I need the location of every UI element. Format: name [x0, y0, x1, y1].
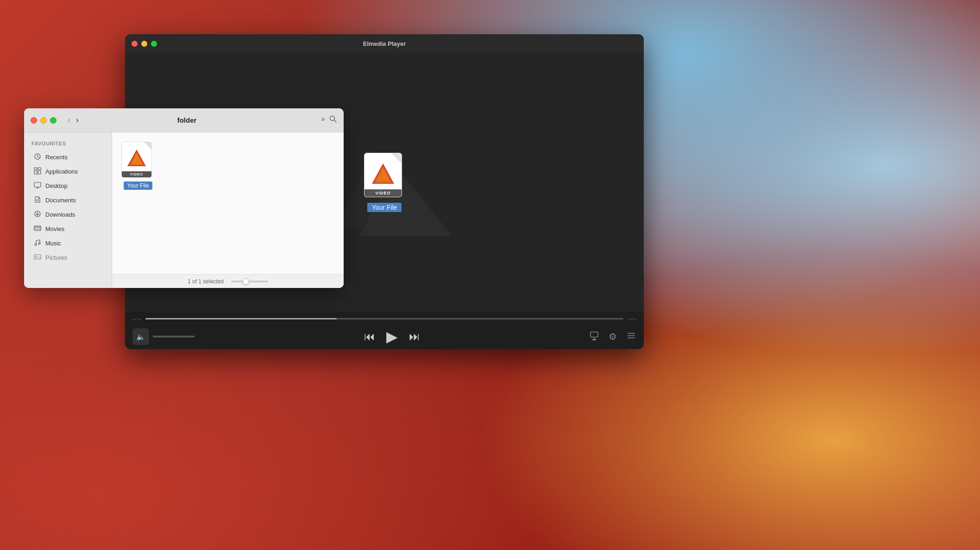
finder-window: ‹ › folder » Favourites — [24, 108, 344, 288]
finder-titlebar: ‹ › folder » — [24, 108, 344, 132]
time-elapsed: --:-- — [132, 316, 141, 321]
player-close-button[interactable] — [132, 41, 138, 47]
player-file-type-badge: VIDEO — [364, 189, 402, 197]
svg-rect-15 — [34, 171, 37, 174]
player-window-controls — [132, 41, 157, 47]
view-options-button[interactable]: » — [321, 115, 325, 125]
sidebar-label-music: Music — [45, 240, 61, 247]
svg-point-33 — [38, 243, 40, 244]
svg-rect-17 — [34, 168, 37, 170]
file-type-label: VIDEO — [122, 171, 151, 177]
progress-bar[interactable] — [145, 318, 624, 319]
pictures-icon — [33, 253, 42, 262]
elmedia-logo-icon — [371, 162, 395, 185]
player-maximize-button[interactable] — [151, 41, 157, 47]
airplay-icon — [589, 331, 599, 341]
svg-rect-18 — [38, 168, 41, 170]
finder-close-button[interactable] — [31, 117, 37, 124]
right-controls: ⚙ — [589, 331, 636, 343]
recents-icon — [33, 153, 42, 162]
previous-button[interactable]: ⏮ — [364, 330, 375, 343]
movies-icon — [33, 225, 42, 233]
finder-window-controls — [31, 117, 57, 124]
sidebar-label-desktop: Desktop — [45, 182, 68, 189]
sidebar-item-movies[interactable]: Movies — [26, 222, 110, 236]
sidebar-label-pictures: Pictures — [45, 254, 67, 261]
play-pause-button[interactable]: ▶ — [386, 328, 398, 345]
next-button[interactable]: ⏭ — [409, 330, 420, 343]
sidebar-item-desktop[interactable]: Desktop — [26, 179, 110, 193]
sidebar-item-recents[interactable]: Recents — [26, 150, 110, 164]
finder-main-content: VIDEO Your File 1 of 1 selected — [112, 132, 344, 288]
sidebar-label-documents: Documents — [45, 197, 76, 204]
downloads-icon — [33, 210, 42, 219]
finder-file-area: VIDEO Your File — [112, 132, 344, 274]
finder-folder-title: folder — [57, 116, 316, 124]
finder-right-controls: » — [321, 115, 337, 125]
playlist-icon — [626, 331, 636, 341]
sidebar-label-movies: Movies — [45, 225, 64, 232]
volume-section: 🔈 — [132, 328, 195, 345]
center-controls: ⏮ ▶ ⏭ — [364, 328, 420, 345]
sidebar-item-downloads[interactable]: Downloads — [26, 207, 110, 222]
desktop-icon — [33, 181, 42, 190]
finder-body: Favourites Recents — [24, 132, 344, 288]
documents-icon — [33, 196, 42, 205]
search-icon — [329, 115, 337, 123]
sidebar-item-documents[interactable]: Documents — [26, 193, 110, 207]
sidebar-label-applications: Applications — [45, 168, 78, 175]
sidebar-item-music[interactable]: Music — [26, 236, 110, 250]
applications-icon — [33, 167, 42, 176]
sidebar-label-downloads: Downloads — [45, 211, 75, 218]
sidebar-section-title: Favourites — [24, 139, 112, 150]
progress-bar-area: --:-- --:-- — [132, 316, 636, 321]
finder-file-label: Your File — [124, 181, 153, 190]
svg-marker-39 — [129, 150, 144, 165]
progress-fill — [145, 318, 337, 319]
finder-statusbar: 1 of 1 selected — [112, 274, 344, 288]
volume-icon: 🔈 — [136, 332, 145, 341]
music-icon — [33, 239, 42, 248]
player-controls-bar: --:-- --:-- 🔈 ⏮ ▶ ⏭ — [125, 312, 644, 349]
file-elmedia-logo — [126, 149, 147, 167]
player-minimize-button[interactable] — [141, 41, 147, 47]
controls-row: 🔈 ⏮ ▶ ⏭ ⚙ — [132, 328, 636, 345]
svg-marker-8 — [592, 338, 597, 340]
finder-sidebar: Favourites Recents — [24, 132, 112, 288]
selection-status: 1 of 1 selected — [188, 278, 224, 285]
playlist-button[interactable] — [626, 331, 636, 343]
sidebar-label-recents: Recents — [45, 154, 68, 161]
svg-rect-7 — [591, 332, 598, 337]
search-button[interactable] — [329, 115, 337, 125]
file-item[interactable]: VIDEO Your File — [121, 142, 155, 190]
finder-maximize-button[interactable] — [50, 117, 57, 124]
player-file-label: Your File — [367, 203, 402, 212]
settings-button[interactable]: ⚙ — [609, 331, 617, 342]
volume-slider[interactable] — [153, 336, 195, 338]
svg-line-13 — [334, 120, 337, 123]
file-icon: VIDEO — [121, 142, 155, 180]
size-slider[interactable] — [231, 281, 268, 282]
player-file-icon: VIDEO Your File — [364, 153, 405, 212]
svg-rect-34 — [34, 255, 41, 259]
sidebar-item-pictures[interactable]: Pictures — [26, 250, 110, 265]
size-slider-thumb — [243, 278, 249, 285]
svg-point-32 — [35, 244, 37, 245]
time-remaining: --:-- — [628, 316, 636, 321]
finder-minimize-button[interactable] — [40, 117, 47, 124]
sidebar-item-applications[interactable]: Applications — [26, 164, 110, 179]
player-titlebar: Elmedia Player — [125, 34, 644, 53]
svg-rect-19 — [34, 182, 41, 187]
airplay-button[interactable] — [589, 331, 599, 343]
svg-rect-16 — [38, 171, 41, 174]
player-title: Elmedia Player — [363, 40, 406, 47]
volume-button[interactable]: 🔈 — [132, 328, 149, 345]
